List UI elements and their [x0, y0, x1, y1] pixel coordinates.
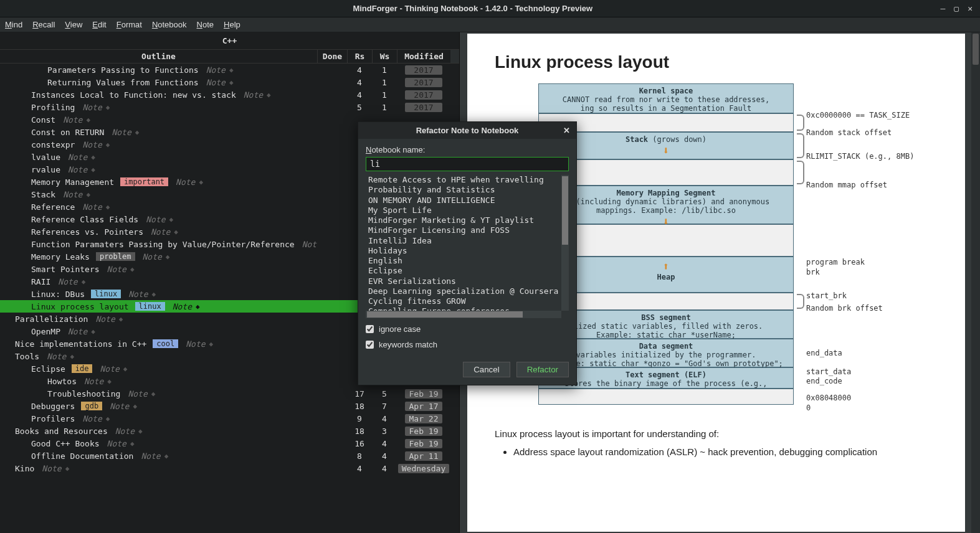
close-icon[interactable]: ✕ — [968, 4, 973, 13]
dialog-close-icon[interactable]: ✕ — [563, 126, 570, 135]
badge: cool — [153, 339, 178, 348]
col-done[interactable]: Done — [317, 50, 347, 63]
col-outline[interactable]: Outline — [0, 50, 317, 63]
preview-title: Linux process layout — [495, 52, 938, 72]
minimize-icon[interactable]: — — [941, 4, 946, 13]
col-rs[interactable]: Rs — [347, 50, 372, 63]
table-row[interactable]: TroubleshootingNote◆175Feb 19 — [0, 387, 459, 400]
table-row[interactable]: KinoNote◆44Wednesday — [0, 462, 459, 474]
menu-format[interactable]: Format — [117, 20, 142, 29]
list-item[interactable]: IntelliJ Idea — [366, 236, 569, 246]
list-item[interactable]: EVR Serializations — [366, 276, 569, 286]
list-item[interactable]: Holidays — [366, 246, 569, 256]
menu-edit[interactable]: Edit — [92, 20, 106, 29]
list-hscroll[interactable] — [366, 311, 561, 318]
maximize-icon[interactable]: ▢ — [954, 4, 959, 13]
refactor-dialog: Refactor Note to Notebook ✕ Notebook nam… — [358, 121, 577, 385]
table-row[interactable]: Returning Values from FunctionsNote◆4120… — [0, 76, 459, 88]
badge: linux — [91, 290, 121, 298]
list-item[interactable]: English — [366, 256, 569, 266]
list-item[interactable]: Eclipse — [366, 266, 569, 276]
window-title: MindForger - Thinking Notebook - 1.42.0 … — [5, 4, 941, 13]
table-row[interactable]: Offline DocumentationNote◆84Apr 11 — [0, 450, 459, 462]
menu-help[interactable]: Help — [224, 20, 240, 29]
badge: important — [120, 177, 168, 186]
list-item[interactable]: Remote Access to HPE when travelling — [366, 175, 569, 185]
badge: problem — [96, 252, 135, 261]
list-item[interactable]: Deep Learning specialization @ Coursera — [366, 286, 569, 296]
menu-mind[interactable]: Mind — [5, 20, 22, 29]
notebook-list[interactable]: Remote Access to HPE when travellingProb… — [366, 175, 569, 318]
table-row[interactable]: ProfilingNote◆512017 — [0, 101, 459, 113]
list-item[interactable]: ON MEMORY AND INTELLIGENCE — [366, 196, 569, 205]
notebook-name-input[interactable] — [366, 157, 569, 171]
list-item[interactable]: My Sport Life — [366, 205, 569, 215]
table-row[interactable]: ProfilersNote◆94Mar 22 — [0, 412, 459, 425]
cancel-button[interactable]: Cancel — [463, 362, 510, 377]
ignore-case-checkbox[interactable]: ignore case — [366, 324, 569, 334]
outline-header: Outline Done Rs Ws Modified — [0, 49, 459, 64]
list-item[interactable]: Probability and Statistics — [366, 185, 569, 195]
preview-scrollbar[interactable] — [971, 32, 980, 533]
preview-bullet: Address space layout randomization (ASLR… — [513, 446, 938, 457]
menu-recall[interactable]: Recall — [32, 20, 55, 29]
table-row[interactable]: DebuggersgdbNote◆187Apr 17 — [0, 400, 459, 412]
titlebar: MindForger - Thinking Notebook - 1.42.0 … — [0, 0, 980, 17]
col-ws[interactable]: Ws — [372, 50, 397, 63]
list-item[interactable]: MindForger Licensing and FOSS — [366, 225, 569, 235]
memory-diagram: Kernel space CANNOT read from nor write … — [513, 83, 938, 420]
keywords-match-checkbox[interactable]: keywords match — [366, 340, 569, 349]
preview-para: Linux process layout is important for un… — [495, 428, 938, 439]
col-mod[interactable]: Modified — [397, 50, 450, 63]
badge: ide — [72, 364, 93, 373]
outline-title: C++ — [0, 32, 459, 49]
list-item[interactable]: Cycling fitness GROW — [366, 296, 569, 306]
list-item[interactable]: MindForger Marketing & YT playlist — [366, 215, 569, 225]
table-row[interactable]: Parameters Passing to FunctionsNote◆4120… — [0, 64, 459, 76]
badge: gdb — [81, 402, 102, 410]
table-row[interactable]: Instances Local to Function: new vs. sta… — [0, 88, 459, 101]
refactor-button[interactable]: Refactor — [516, 362, 569, 377]
menu-view[interactable]: View — [65, 20, 82, 29]
table-row[interactable]: Good C++ BooksNote◆164Feb 19 — [0, 437, 459, 450]
badge: linux — [135, 302, 165, 311]
dialog-title: Refactor Note to Notebook ✕ — [358, 122, 576, 139]
list-vscroll[interactable] — [561, 175, 569, 311]
menu-note[interactable]: Note — [197, 20, 214, 29]
table-row[interactable]: Books and ResourcesNote◆183Feb 19 — [0, 425, 459, 437]
menubar: MindRecallViewEditFormatNotebookNoteHelp — [0, 17, 980, 32]
menu-notebook[interactable]: Notebook — [152, 20, 187, 29]
notebook-name-label: Notebook name: — [366, 145, 569, 154]
